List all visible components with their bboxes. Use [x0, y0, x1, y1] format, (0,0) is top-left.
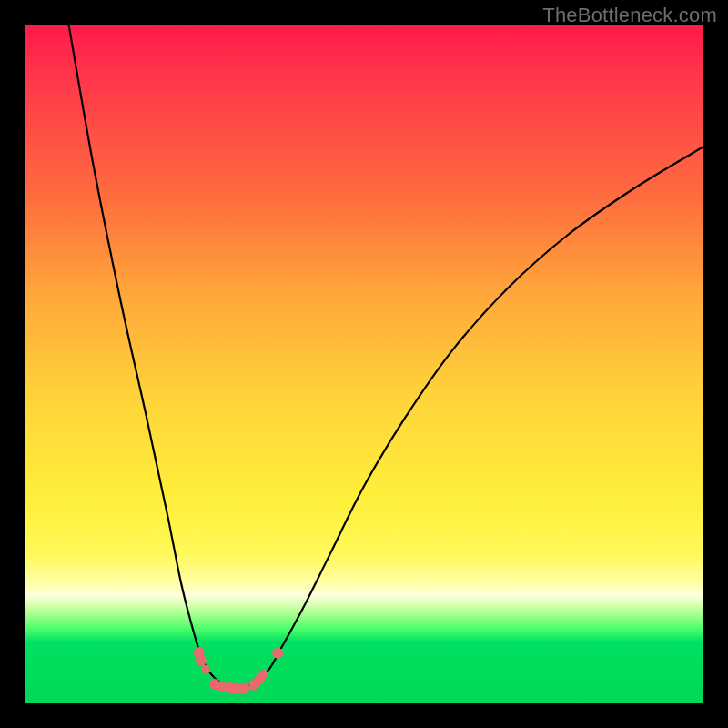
curve-marker — [201, 665, 210, 674]
curve-marker — [196, 655, 207, 666]
chart-plot-area — [25, 25, 703, 703]
curve-marker — [259, 670, 268, 679]
chart-svg — [25, 25, 703, 703]
curve-marker — [238, 683, 249, 694]
curve-marker — [272, 648, 283, 659]
right-curve — [242, 147, 703, 688]
watermark-label: TheBottleneck.com — [542, 4, 717, 27]
curve-markers — [194, 647, 284, 694]
left-curve — [68, 25, 241, 689]
